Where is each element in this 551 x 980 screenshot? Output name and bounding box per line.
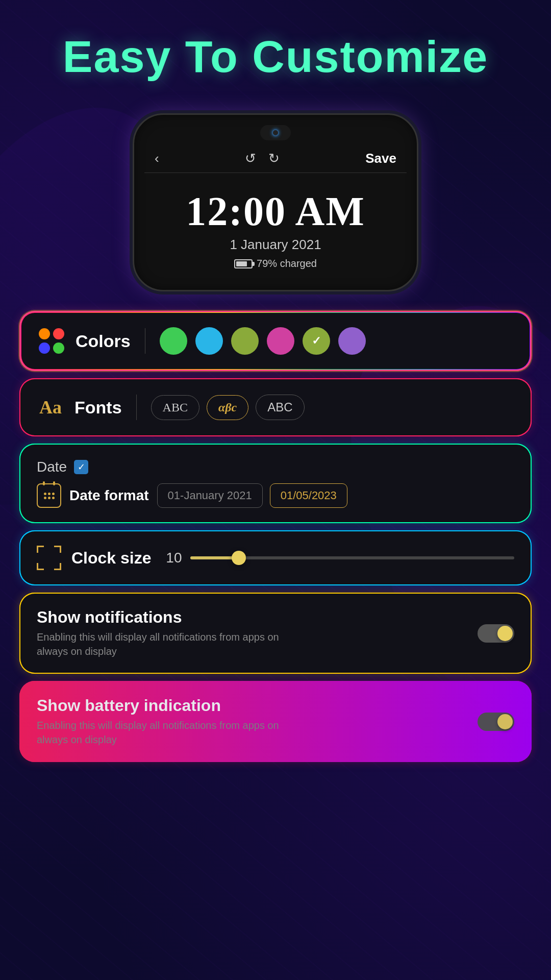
- battery-indication-description: Enabling this will display all notificat…: [37, 718, 282, 747]
- camera-dot: [272, 129, 279, 136]
- slider-container: 10: [162, 550, 514, 566]
- clock-size-slider[interactable]: [190, 556, 514, 559]
- date-label: Date: [37, 459, 67, 475]
- phone-toolbar: ‹ ↺ ↻ Save: [144, 146, 407, 173]
- colors-card: Colors ✓: [20, 312, 531, 370]
- battery-indication-card: Show battery indication Enabling this wi…: [20, 682, 531, 761]
- date-format-label: Date format: [69, 487, 149, 504]
- color-swatches: ✓: [160, 327, 366, 355]
- settings-list: Colors ✓ Aa Fonts: [20, 312, 531, 761]
- phone-mockup: ‹ ↺ ↻ Save 12:00 AM 1 January 2021 79% c…: [133, 113, 418, 291]
- divider: [136, 395, 137, 420]
- date-card: Date ✓ Date format: [20, 445, 531, 522]
- page-title: Easy To Customize: [20, 31, 531, 83]
- font-option-abc-normal[interactable]: ABC: [151, 395, 199, 420]
- clock-date: 1 January 2021: [149, 237, 402, 253]
- font-option-abc-italic[interactable]: αβc: [207, 395, 248, 420]
- font-option-abc-bold[interactable]: ABC: [256, 395, 304, 420]
- font-options: ABC αβc ABC: [151, 395, 305, 420]
- date-format-options: 01-January 2021 01/05/2023: [157, 483, 514, 508]
- clock-size-label: Clock size: [71, 549, 152, 568]
- battery-percent: 79% charged: [257, 258, 317, 270]
- color-swatch-blue[interactable]: [195, 327, 223, 355]
- calendar-icon: [37, 483, 61, 508]
- back-button[interactable]: ‹: [155, 151, 159, 166]
- color-swatch-olive-selected[interactable]: ✓: [303, 327, 330, 355]
- redo-button[interactable]: ↻: [268, 151, 280, 166]
- battery-display: 79% charged: [149, 258, 402, 270]
- fonts-icon: Aa: [37, 394, 64, 421]
- calendar-dots: [44, 493, 55, 499]
- clock-size-card: Clock size 10: [20, 531, 531, 584]
- notifications-card: Show notifications Enabling this will di…: [20, 594, 531, 673]
- divider: [145, 328, 145, 354]
- battery-indication-toggle[interactable]: [478, 713, 514, 731]
- toggle-knob-battery: [497, 714, 513, 729]
- color-swatch-green[interactable]: [160, 327, 187, 355]
- battery-indication-title: Show battery indication: [37, 696, 478, 715]
- colors-dots-icon: [39, 328, 64, 354]
- notification-text-block: Show notifications Enabling this will di…: [37, 608, 478, 658]
- battery-fill: [236, 261, 247, 266]
- undo-button[interactable]: ↺: [245, 151, 256, 166]
- color-swatch-olive[interactable]: [231, 327, 259, 355]
- fonts-label: Fonts: [74, 398, 122, 418]
- color-swatch-purple[interactable]: [338, 327, 366, 355]
- notification-description: Enabling this will display all notificat…: [37, 630, 282, 658]
- date-checkbox[interactable]: ✓: [74, 460, 88, 474]
- clock-display: 12:00 AM 1 January 2021 79% charged: [144, 173, 407, 280]
- date-format-long[interactable]: 01-January 2021: [157, 483, 263, 508]
- fonts-card: Aa Fonts ABC αβc ABC: [20, 379, 531, 435]
- battery-text-block: Show battery indication Enabling this wi…: [37, 696, 478, 747]
- notifications-toggle[interactable]: [478, 624, 514, 643]
- notification-title: Show notifications: [37, 608, 478, 627]
- color-checkmark: ✓: [312, 334, 321, 348]
- slider-thumb[interactable]: [232, 551, 246, 565]
- toggle-knob: [497, 626, 513, 641]
- colors-icon: [38, 327, 65, 355]
- clock-time: 12:00 AM: [149, 188, 402, 235]
- phone-camera: [260, 125, 291, 140]
- resize-icon: [37, 546, 61, 570]
- colors-label: Colors: [76, 331, 131, 351]
- save-button[interactable]: Save: [365, 151, 396, 166]
- slider-value: 10: [162, 550, 182, 566]
- battery-icon: [234, 259, 253, 268]
- date-format-short[interactable]: 01/05/2023: [270, 483, 347, 508]
- color-swatch-pink[interactable]: [267, 327, 294, 355]
